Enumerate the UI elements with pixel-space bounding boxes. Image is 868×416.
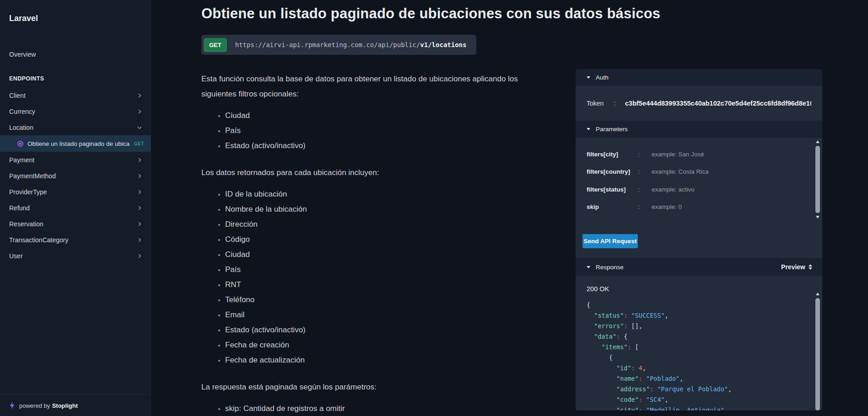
group-label: Currency [9,108,35,115]
list-item: País [225,262,530,277]
sidebar-item-paymentmethod[interactable]: PaymentMethod [0,168,151,184]
sidebar-item-overview[interactable]: Overview [0,46,151,63]
code-line: "status": "SUCCESS", [587,310,804,321]
powered-by-stoplight-link[interactable]: powered by Stoplight [0,394,151,416]
param-value-input[interactable]: example: Costa Rica [652,168,709,175]
code-line: "name": "Poblado", [587,373,804,384]
operation-method-badge: GET [134,141,144,146]
auth-body: Token : c3bf5e444d83993355c40ab102c70e5d… [576,86,822,121]
sidebar: Laravel Overview ENDPOINTS Client Curren… [0,0,151,416]
param-separator: : [638,203,652,210]
scroll-up-arrow-icon[interactable] [816,140,819,143]
send-request-area: Send API Request [576,221,822,258]
response-scrollbar[interactable] [814,293,820,411]
parameters-section-header[interactable]: Parameters [576,121,822,138]
group-label: Reservation [9,220,43,228]
list-item: País [225,123,530,138]
group-label: TransactionCategory [9,236,68,244]
url-base: https://airvi-api.rpmarketing.com.co/api… [235,41,421,48]
code-line: { [587,352,804,363]
token-separator: : [614,100,625,107]
send-api-request-button[interactable]: Send API Request [582,234,638,248]
caret-down-icon [587,128,590,130]
list-item: Estado (activo/inactivo) [225,322,530,337]
sidebar-item-location[interactable]: Location [0,119,151,135]
param-value-input[interactable]: example: activo [652,186,695,193]
group-label: Payment [9,156,34,164]
chevron-right-icon [137,173,142,179]
sidebar-item-payment[interactable]: Payment [0,152,151,168]
scroll-up-arrow-icon[interactable] [816,293,819,295]
code-line: "data": { [587,331,804,342]
sidebar-item-user[interactable]: User [0,248,151,264]
list-item: Estado (activo/inactivo) [225,138,530,153]
intro-paragraph: Esta función consulta la base de datos p… [201,71,530,101]
endpoint-groups: Client Currency Location Obtiene un list… [0,87,151,264]
chevron-right-icon [137,221,142,227]
parameter-row: skip:example: 0 [576,198,822,216]
response-title: Response [596,264,624,271]
sidebar-item-refund[interactable]: Refund [0,200,151,216]
sidebar-item-client[interactable]: Client [0,87,151,103]
list-item: Fecha de creación [225,337,530,352]
list-item: ID de la ubicación [225,187,530,202]
group-label: Refund [9,204,30,212]
main-content: Obtiene un listado paginado de ubicacion… [151,0,868,416]
group-label: ProviderType [9,188,47,196]
list-item: Nombre de la ubicación [225,202,530,217]
group-label: User [9,252,23,260]
response-section-header[interactable]: Response Preview [576,258,822,276]
response-status-code: 200 OK [576,276,822,293]
parameter-row: filters[status]:example: activo [576,181,822,198]
param-separator: : [638,168,652,175]
parameters-scrollbar[interactable] [814,140,820,219]
chevron-right-icon [137,237,142,243]
list-item: Ciudad [225,247,530,262]
chevron-right-icon [137,157,142,163]
preview-mode-label: Preview [781,263,805,271]
param-value-input[interactable]: example: San José [652,151,704,158]
list-item: RNT [225,277,530,292]
chevron-right-icon [137,109,142,114]
param-value-input[interactable]: example: 0 [652,203,682,210]
group-label: Location [9,124,33,131]
operation-label: Obtiene un listado paginado de ubica... [27,140,130,147]
response-view-selector[interactable]: Preview [781,263,812,271]
sidebar-item-selected-operation[interactable]: Obtiene un listado paginado de ubica... … [0,135,151,152]
list-item: skip: Cantidad de registros a omitir [225,401,530,416]
endpoints-section-label: ENDPOINTS [0,74,151,84]
caret-down-icon [587,76,590,79]
caret-down-icon [587,266,590,268]
response-body: 200 OK { "status": "SUCCESS", "errors": … [576,276,822,411]
sort-arrows-icon [809,264,812,270]
auth-section-header[interactable]: Auth [576,69,822,86]
group-label: PaymentMethod [9,172,56,180]
list-item: Código [225,232,530,247]
parameters-rows: filters[city]:example: San Joséfilters[c… [576,145,822,216]
sidebar-item-transactioncategory[interactable]: TransactionCategory [0,232,151,248]
param-name: filters[city] [587,151,638,158]
sidebar-item-currency[interactable]: Currency [0,103,151,119]
list-item: Teléfono [225,292,530,307]
sidebar-item-reservation[interactable]: Reservation [0,216,151,232]
scroll-down-arrow-icon[interactable] [816,216,819,219]
pagination-params-list: skip: Cantidad de registros a omitir [201,401,530,416]
scrollbar-thumb[interactable] [815,146,820,213]
scrollbar-thumb[interactable] [815,298,820,411]
url-path: v1/locations [420,41,466,48]
list-item: Dirección [225,217,530,232]
project-title: Laravel [9,14,141,23]
parameters-body: filters[city]:example: San Joséfilters[c… [576,138,822,221]
chevron-right-icon [137,253,142,259]
app-window: Laravel Overview ENDPOINTS Client Curren… [0,0,868,416]
param-name: filters[status] [587,186,638,193]
code-line: "id": 4, [587,363,804,373]
param-name: filters[country] [587,168,638,175]
operation-icon [17,141,23,147]
http-method-badge: GET [204,38,227,52]
list-item: Fecha de actualización [225,352,530,368]
chevron-right-icon [137,189,142,195]
token-value-input[interactable]: c3bf5e444d83993355c40ab102c70e5d4ef25cc6… [625,100,811,107]
sidebar-item-providertype[interactable]: ProviderType [0,184,151,200]
parameter-row: filters[city]:example: San José [576,145,822,163]
